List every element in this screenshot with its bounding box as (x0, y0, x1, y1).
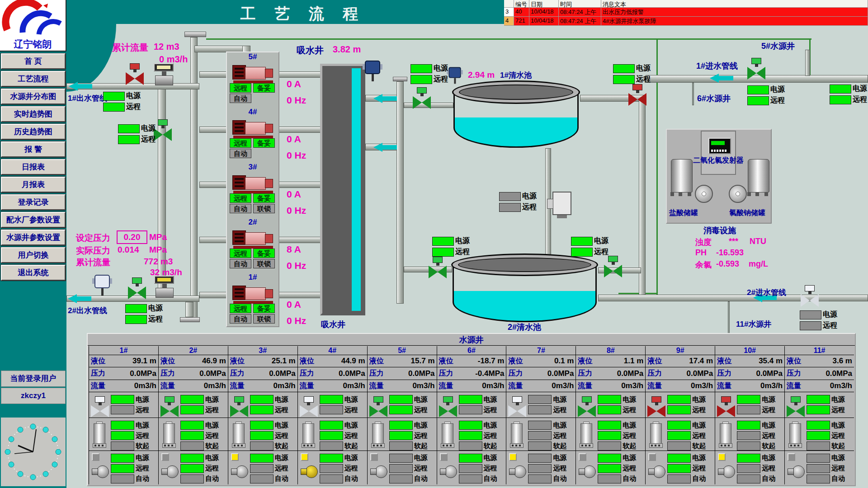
sidebar-menu-button[interactable]: 实时趋势图 (1, 106, 66, 122)
remote-indicator (103, 103, 125, 112)
well-valve-icon[interactable] (91, 396, 109, 417)
soft-starter-icon[interactable] (580, 422, 592, 448)
soft-remote-indicator (320, 431, 343, 440)
sidebar-menu-button[interactable]: 退出系统 (1, 265, 66, 281)
well-valve-icon[interactable] (230, 396, 248, 417)
cumulative-flow-total: 12 m3 (154, 42, 179, 52)
sidebar-menu-button[interactable]: 水源井参数设置 (1, 230, 66, 245)
pump-icon[interactable] (232, 62, 275, 82)
soft-starter-icon[interactable] (93, 422, 105, 448)
well-pump-icon[interactable] (161, 463, 179, 482)
well-pump-icon[interactable] (231, 463, 249, 482)
soft-starter-icon[interactable] (510, 422, 523, 448)
outlet2-indicators: 电源 远程 (125, 304, 163, 325)
flow-label: 流量 (230, 381, 245, 391)
set-pressure-input[interactable]: 0.20 (117, 230, 147, 244)
soft-start-indicator (528, 441, 552, 450)
tank1-inlet-valve[interactable] (413, 87, 431, 109)
power-indicator (432, 237, 454, 246)
sidebar-menu-button[interactable]: 用户切换 (1, 247, 66, 263)
dosing-pump-icon[interactable] (695, 185, 713, 203)
signal-line (618, 293, 658, 294)
soft-power-indicator (667, 421, 691, 430)
well-pump-icon[interactable] (440, 463, 458, 482)
well-valve-icon[interactable] (439, 396, 457, 417)
soft-starter-icon[interactable] (232, 422, 245, 448)
remote-label: 远程 (553, 464, 566, 473)
alarm-rows: 3 40 10/04/18 08:47:24 上午 出水压力低报警 4 721 … (504, 8, 868, 26)
well-pump-icon[interactable] (301, 463, 319, 482)
well-valve-icon[interactable] (647, 396, 665, 417)
power-label: 电源 (455, 236, 470, 246)
sidebar-menu-button[interactable]: 登录记录 (1, 194, 66, 210)
alarm-row-number[interactable]: 3 (504, 8, 514, 17)
well-valve-icon[interactable] (160, 396, 179, 417)
inlet2-valve[interactable] (801, 285, 819, 307)
well-pump-icon[interactable] (579, 463, 597, 482)
well-valve-icon[interactable] (369, 396, 387, 417)
dosing-pump-icon[interactable] (729, 185, 747, 203)
pump-icon[interactable] (232, 228, 275, 248)
well-valve-icon[interactable] (508, 396, 526, 417)
soft-starter-icon[interactable] (649, 422, 662, 448)
soft-starter-icon[interactable] (441, 422, 453, 448)
outlet2-flow-meter[interactable] (154, 276, 175, 298)
mixer-icon[interactable] (552, 192, 571, 215)
tank1-outlet-valve[interactable] (628, 84, 646, 106)
alarm-row[interactable]: 3 40 10/04/18 08:47:24 上午 出水压力低报警 (504, 8, 868, 17)
sidebar-menu-button[interactable]: 月报表 (1, 177, 66, 192)
power-label: 电源 (484, 454, 497, 462)
level-transmitter-icon[interactable] (364, 61, 381, 81)
auto-label: 自动 (136, 474, 149, 483)
sidebar-menu-button[interactable]: 工艺流程 (1, 71, 66, 87)
outlet1-flow-meter[interactable] (154, 63, 175, 85)
soft-starter-icon[interactable] (162, 422, 175, 448)
pump-alarm-square (161, 453, 169, 461)
flow-label: 流量 (160, 381, 175, 391)
soft-remote-indicator (111, 431, 134, 440)
soft-starter-icon[interactable] (719, 422, 731, 448)
soft-starter-icon[interactable] (371, 422, 384, 448)
power-label: 电源 (344, 454, 358, 462)
tank2-right-valve[interactable] (604, 256, 622, 277)
soft-starter-icon[interactable] (302, 422, 314, 448)
soft-starter-icon[interactable] (788, 422, 801, 448)
well-valve-icon[interactable] (578, 396, 596, 417)
tank1-level-transmitter-icon[interactable] (448, 67, 462, 84)
outlet2-valve[interactable] (128, 277, 146, 299)
tank2-left-valve[interactable] (429, 257, 447, 278)
well-valve-icon[interactable] (717, 396, 735, 417)
level-label: 液位 (300, 357, 314, 366)
ready-status: 备妥 (253, 193, 275, 203)
alarm-text: 4#水源井排水泵故障 (601, 17, 868, 26)
mixer-indicators: 电源 远程 (499, 192, 537, 213)
sidebar-menu-button[interactable]: 历史趋势图 (1, 124, 66, 140)
inlet1-valve[interactable] (747, 58, 765, 80)
sidebar-menu-button[interactable]: 配水厂参数设置 (1, 212, 66, 228)
header-valve[interactable] (154, 119, 172, 141)
well-pump-icon[interactable] (92, 463, 110, 482)
pump-remote-indicator (528, 464, 552, 473)
well-pump-icon[interactable] (718, 463, 736, 482)
sidebar-menu-button[interactable]: 报 警 (1, 141, 66, 157)
sidebar-menu-button[interactable]: 日报表 (1, 159, 66, 175)
pressure-transmitter-icon[interactable] (94, 275, 110, 296)
well-pump-icon[interactable] (648, 463, 666, 482)
pressure-value: 0.0MPa (199, 369, 226, 378)
well-valve-icon[interactable] (300, 396, 318, 417)
pump-icon[interactable] (232, 117, 275, 137)
well-pump-icon[interactable] (509, 463, 527, 482)
soft-start-indicator (111, 441, 134, 450)
sidebar-menu-button[interactable]: 水源井分布图 (1, 89, 66, 104)
alarm-row[interactable]: 4 721 10/04/18 08:47:24 上午 4#水源井排水泵故障 (504, 17, 868, 26)
well-pump-icon[interactable] (370, 463, 388, 482)
alarm-row-number[interactable]: 4 (504, 17, 514, 26)
remote-label: 远程 (623, 432, 636, 440)
sidebar-menu-button[interactable]: 首 页 (1, 53, 66, 69)
auto-status: 自动 (230, 204, 251, 213)
well-pump-icon[interactable] (788, 463, 806, 482)
outlet1-valve[interactable] (126, 63, 144, 85)
pump-icon[interactable] (232, 173, 275, 192)
well-valve-icon[interactable] (787, 396, 805, 417)
pump-icon[interactable] (232, 283, 275, 303)
